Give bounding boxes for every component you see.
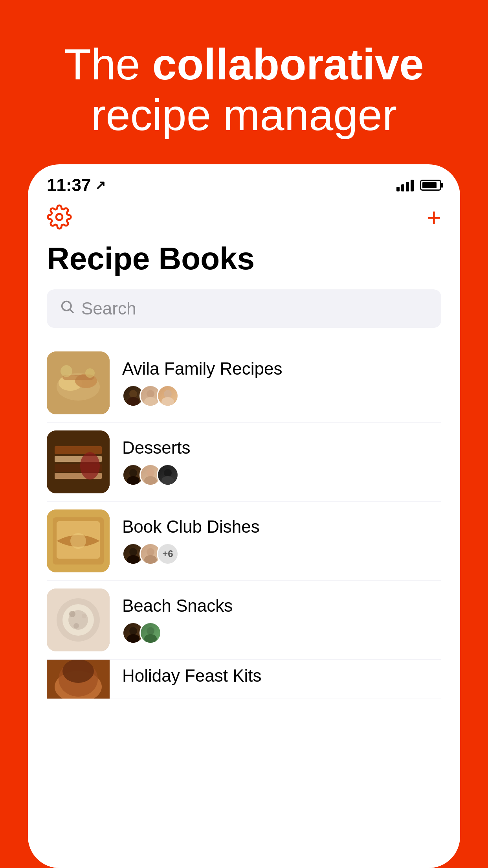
svg-point-8 xyxy=(61,365,72,377)
battery-icon xyxy=(420,180,441,191)
svg-point-44 xyxy=(127,634,139,643)
svg-point-41 xyxy=(82,614,86,618)
avatar-group: +6 xyxy=(122,543,441,565)
phone-mockup: 11:37 ↗ + Recipe Books xyxy=(28,164,460,868)
recipe-thumbnail xyxy=(47,351,110,414)
svg-point-10 xyxy=(129,390,137,398)
svg-point-46 xyxy=(144,634,157,643)
svg-point-43 xyxy=(129,627,137,635)
hero-section: The collaborative recipe manager xyxy=(0,0,488,164)
recipe-thumbnail xyxy=(47,430,110,493)
svg-point-50 xyxy=(62,660,94,683)
recipe-info: Desserts xyxy=(122,438,441,486)
recipe-thumbnail xyxy=(47,660,110,699)
search-container: Search xyxy=(28,289,460,344)
list-item[interactable]: Avila Family Recipes xyxy=(47,344,441,423)
svg-point-35 xyxy=(144,555,157,564)
svg-point-45 xyxy=(147,627,154,635)
hero-subline: recipe manager xyxy=(91,90,397,140)
avatar-group xyxy=(122,622,441,644)
recipe-info: Avila Family Recipes xyxy=(122,359,441,407)
add-recipe-book-button[interactable]: + xyxy=(427,205,441,230)
avatar-group xyxy=(122,464,441,486)
svg-point-21 xyxy=(80,452,100,480)
svg-point-26 xyxy=(164,469,172,477)
hero-headline: The collaborative recipe manager xyxy=(31,39,457,141)
svg-point-32 xyxy=(129,548,137,556)
search-placeholder: Search xyxy=(81,299,136,318)
signal-bar-2 xyxy=(401,184,404,191)
search-icon xyxy=(59,299,75,318)
recipe-name: Book Club Dishes xyxy=(122,517,441,537)
svg-point-34 xyxy=(147,548,154,556)
svg-point-31 xyxy=(70,533,86,549)
avatar xyxy=(157,385,179,407)
hero-bold: collaborative xyxy=(152,40,424,89)
signal-bar-3 xyxy=(406,182,409,191)
recipe-thumbnail xyxy=(47,509,110,572)
signal-bar-4 xyxy=(411,180,414,191)
avatar-overflow-count: +6 xyxy=(157,543,179,565)
svg-point-14 xyxy=(164,390,172,398)
recipe-name: Desserts xyxy=(122,438,441,458)
list-item[interactable]: Beach Snacks xyxy=(47,581,441,660)
signal-bars-icon xyxy=(396,179,414,191)
svg-point-27 xyxy=(161,476,174,485)
hero-the: The xyxy=(64,40,152,89)
status-time: 11:37 ↗ xyxy=(47,175,106,195)
recipe-list: Avila Family Recipes xyxy=(28,344,460,868)
svg-point-40 xyxy=(69,611,75,617)
svg-point-13 xyxy=(144,397,157,406)
svg-point-0 xyxy=(56,214,62,220)
nav-bar: + xyxy=(28,198,460,237)
svg-rect-17 xyxy=(55,446,102,454)
page-title: Recipe Books xyxy=(28,237,460,289)
recipe-name: Beach Snacks xyxy=(122,596,441,616)
signal-bar-1 xyxy=(396,187,400,191)
battery-fill xyxy=(422,182,437,188)
list-item[interactable]: Desserts xyxy=(47,423,441,502)
avatar xyxy=(157,464,179,486)
list-item[interactable]: Book Club Dishes +6 xyxy=(47,502,441,581)
settings-icon[interactable] xyxy=(47,204,72,231)
svg-point-42 xyxy=(73,623,79,629)
svg-point-22 xyxy=(129,469,137,477)
time-display: 11:37 xyxy=(47,175,91,195)
status-icons xyxy=(396,179,441,191)
recipe-info: Beach Snacks xyxy=(122,596,441,644)
svg-point-33 xyxy=(127,555,139,564)
recipe-info: Book Club Dishes +6 xyxy=(122,517,441,565)
search-bar[interactable]: Search xyxy=(47,289,441,328)
list-item[interactable]: Holiday Feast Kits xyxy=(47,660,441,699)
svg-point-24 xyxy=(147,469,154,477)
avatar xyxy=(139,622,161,644)
avatar-group xyxy=(122,385,441,407)
recipe-name: Holiday Feast Kits xyxy=(122,666,441,686)
recipe-thumbnail xyxy=(47,588,110,651)
svg-point-25 xyxy=(144,476,157,485)
recipe-info: Holiday Feast Kits xyxy=(122,666,441,692)
svg-point-12 xyxy=(147,390,154,398)
recipe-name: Avila Family Recipes xyxy=(122,359,441,379)
svg-point-15 xyxy=(161,397,174,406)
svg-line-2 xyxy=(70,310,73,313)
svg-point-11 xyxy=(127,397,139,406)
svg-point-23 xyxy=(127,476,139,485)
location-arrow-icon: ↗ xyxy=(95,178,106,193)
status-bar: 11:37 ↗ xyxy=(28,164,460,198)
svg-point-9 xyxy=(85,368,95,378)
